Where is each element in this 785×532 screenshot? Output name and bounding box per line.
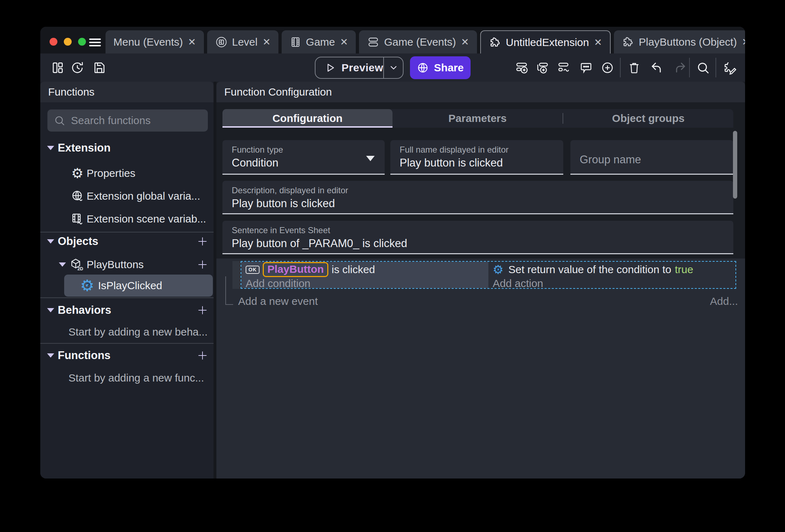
action-text: Set return value of the condition to: [508, 264, 671, 276]
add-subevent-icon[interactable]: [536, 61, 549, 75]
tab-configuration[interactable]: Configuration: [222, 109, 392, 128]
field-placeholder: Group name: [580, 153, 641, 166]
functions-sidebar: Functions Search functions Extension ⚙ P…: [40, 82, 214, 479]
preview-button[interactable]: Preview: [315, 57, 404, 79]
sidebar-item-extension-scene-variables[interactable]: Extension scene variab...: [40, 212, 214, 226]
toolbar-divider: [620, 58, 621, 77]
tab-playbuttons-object[interactable]: PlayButtons (Object) ✕: [614, 30, 745, 53]
event-drag-handle[interactable]: [232, 261, 241, 289]
puzzle-icon: [489, 36, 502, 49]
gear-icon: ⚙: [71, 167, 84, 180]
sidebar-item-playbuttons[interactable]: 2D PlayButtons: [40, 257, 214, 272]
field-value: Condition: [232, 157, 278, 169]
tab-level[interactable]: Level ✕: [207, 30, 278, 53]
close-tab-icon[interactable]: ✕: [262, 36, 271, 48]
add-condition-button[interactable]: Add condition: [246, 277, 311, 290]
condition-function-icon: ⚙ ?: [80, 278, 96, 293]
add-other-event-icon[interactable]: [557, 61, 571, 75]
redo-icon[interactable]: [674, 61, 687, 75]
add-function-to-object-button[interactable]: [196, 259, 209, 271]
chevron-down-icon[interactable]: [47, 239, 54, 244]
tab-label: UntitledExtension: [506, 36, 589, 48]
search-functions-input[interactable]: Search functions: [47, 109, 208, 132]
close-window-button[interactable]: [50, 38, 57, 46]
home-layout-icon[interactable]: [51, 61, 65, 75]
trash-icon[interactable]: [627, 61, 641, 75]
titlebar: Menu (Events) ✕ Level ✕ Game ✕ Game (Eve…: [40, 27, 745, 53]
tab-untitled-extension[interactable]: UntitledExtension ✕: [480, 30, 611, 53]
main-title: Function Configuration: [224, 86, 332, 98]
share-button[interactable]: Share: [410, 56, 471, 79]
tab-parameters[interactable]: Parameters: [392, 109, 563, 128]
field-value: Play button is clicked: [400, 157, 503, 169]
add-object-button[interactable]: [196, 235, 209, 247]
sidebar-item-properties[interactable]: ⚙ Properties: [40, 166, 214, 180]
function-type-select[interactable]: Function type Condition: [222, 140, 385, 175]
tab-object-groups[interactable]: Object groups: [563, 109, 733, 128]
chevron-down-icon[interactable]: [59, 262, 66, 267]
add-event-icon[interactable]: [515, 61, 529, 75]
sidebar-item-label: Extension scene variab...: [87, 213, 206, 225]
chevron-down-icon[interactable]: [47, 353, 54, 358]
scene-icon: [215, 36, 228, 48]
undo-icon[interactable]: [650, 61, 663, 75]
selected-event[interactable]: OK PlayButton is clicked Add condition ⚙…: [241, 261, 736, 289]
sidebar-item-extension-global-variables[interactable]: Extension global varia...: [40, 189, 214, 203]
condition-row[interactable]: OK PlayButton is clicked: [246, 262, 375, 277]
tab-label: Level: [232, 36, 258, 48]
tab-game[interactable]: Game ✕: [282, 30, 356, 53]
action-value[interactable]: true: [675, 264, 693, 276]
sidebar-item-isplayclicked[interactable]: ⚙ ? IsPlayClicked: [64, 275, 213, 297]
search-placeholder: Search functions: [71, 114, 150, 127]
field-label: Function type: [232, 145, 283, 155]
tab-game-events[interactable]: Game (Events) ✕: [359, 30, 477, 53]
description-field[interactable]: Description, displayed in editor Play bu…: [222, 181, 733, 214]
sidebar-section-extension[interactable]: Extension: [40, 141, 214, 155]
add-behavior-button[interactable]: [196, 304, 209, 316]
close-tab-icon[interactable]: ✕: [461, 36, 469, 48]
search-icon: [54, 115, 65, 126]
scrollbar-thumb[interactable]: [733, 131, 737, 199]
tab-menu-events[interactable]: Menu (Events) ✕: [106, 30, 204, 53]
save-icon[interactable]: [93, 61, 106, 75]
group-name-field[interactable]: Group name: [570, 140, 733, 175]
zoom-window-button[interactable]: [78, 38, 86, 46]
field-label: Description, displayed in editor: [232, 185, 348, 195]
sidebar-section-objects[interactable]: Objects: [40, 234, 214, 249]
close-tab-icon[interactable]: ✕: [188, 36, 196, 48]
close-tab-icon[interactable]: ✕: [742, 36, 745, 48]
sidebar-section-functions[interactable]: Functions: [40, 348, 214, 363]
edit-extension-icon[interactable]: [723, 60, 738, 75]
events-list-icon: [367, 36, 380, 48]
field-value: Play button is clicked: [232, 197, 335, 210]
chevron-down-icon[interactable]: [47, 308, 54, 312]
sidebar-title: Functions: [48, 86, 94, 98]
minimize-window-button[interactable]: [64, 38, 72, 46]
sidebar-header: Functions: [40, 82, 214, 102]
sentence-field[interactable]: Sentence in Events Sheet Play button of …: [222, 221, 733, 254]
conditions-column: OK PlayButton is clicked Add condition: [241, 262, 488, 288]
action-row[interactable]: ⚙G Set return value of the condition to …: [493, 262, 693, 277]
close-tab-icon[interactable]: ✕: [594, 37, 602, 48]
full-name-field[interactable]: Full name displayed in editor Play butto…: [390, 140, 563, 175]
search-icon[interactable]: [696, 61, 710, 75]
button-object-icon: OK: [246, 266, 260, 274]
sidebar-item-label: PlayButtons: [87, 259, 144, 271]
main-menu-icon[interactable]: [89, 39, 101, 48]
app-window: Menu (Events) ✕ Level ✕ Game ✕ Game (Eve…: [40, 27, 745, 479]
add-more-button[interactable]: Add...: [710, 295, 738, 308]
svg-text:2D: 2D: [77, 266, 83, 271]
preview-dropdown-button[interactable]: [384, 63, 403, 73]
add-new-event-button[interactable]: Add a new event: [238, 295, 318, 308]
add-comment-icon[interactable]: [579, 61, 593, 75]
sidebar-section-behaviors[interactable]: Behaviors: [40, 303, 214, 317]
action-gear-icon: ⚙G: [493, 264, 505, 276]
history-icon[interactable]: [71, 61, 84, 75]
chevron-down-icon[interactable]: [47, 146, 54, 150]
close-tab-icon[interactable]: ✕: [340, 36, 348, 48]
function-configuration-panel: Function Configuration Configuration Par…: [216, 82, 745, 479]
add-circle-icon[interactable]: [601, 61, 614, 75]
add-action-button[interactable]: Add action: [493, 277, 543, 290]
condition-object-name[interactable]: PlayButton: [263, 262, 328, 277]
add-function-button[interactable]: [196, 349, 209, 362]
